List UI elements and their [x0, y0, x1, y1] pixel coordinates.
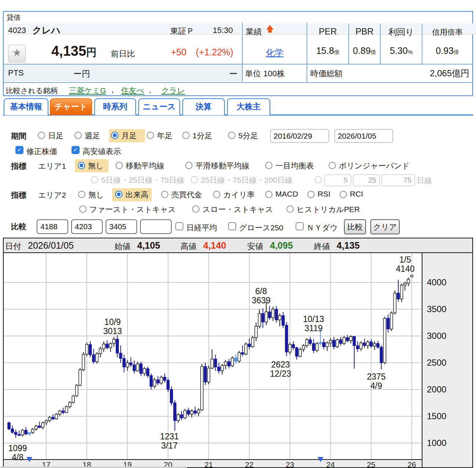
compare-button[interactable]: 比較 [344, 219, 366, 234]
checkbox-icon [228, 222, 236, 230]
open-value: 4,105 [137, 240, 160, 251]
compare-code-input-4[interactable] [140, 219, 172, 234]
price-axis: 4000350030002500200015001000 [422, 253, 473, 468]
svg-text:10/13: 10/13 [303, 314, 324, 324]
indicator-area1-row: 指標 エリア1 無し 移動平均線 平滑移動平均線 一目均衡表 ボリンジャーバンド [0, 159, 476, 173]
checkbox-icon [15, 146, 23, 154]
performance-label: 業績 [246, 26, 262, 37]
svg-text:1231: 1231 [160, 432, 179, 441]
favorite-star-button[interactable] [8, 45, 26, 62]
radio-icon [307, 191, 315, 198]
price-change-pct: (+1.22%) [196, 47, 233, 58]
tab-basic-info[interactable]: 基本情報 [4, 98, 48, 115]
compare-code-input-2[interactable] [71, 219, 103, 234]
compare-row: 比較 日経平均 グロース250 ＮＹダウ 比較 クリア [0, 219, 476, 235]
tab-chart[interactable]: チャート [50, 98, 92, 115]
radio-icon [79, 205, 87, 213]
radio-icon [147, 132, 154, 139]
radio-icon [191, 176, 198, 183]
radio-icon [228, 132, 235, 139]
ma-input-3[interactable] [381, 174, 415, 186]
svg-text:12/23: 12/23 [270, 369, 291, 379]
radio-area2-volume[interactable]: 出来高 [112, 188, 152, 201]
tab-time-series[interactable]: 時系列 [94, 98, 136, 115]
compare-code-input-1[interactable] [37, 219, 68, 234]
price-change: +50 [171, 47, 186, 58]
price-value: 4,135 [51, 43, 86, 59]
date-to-input[interactable] [334, 129, 393, 143]
svg-text:6/8: 6/8 [255, 286, 267, 296]
market-cap-label: 時価総額 [310, 68, 343, 79]
price-axis-label: 3000 [427, 330, 446, 341]
price-axis-label: 1500 [427, 411, 446, 422]
indicator-area2-row: 指標 エリア2 無し 出来高 売買代金 カイリ率 MACD RSI RCI [0, 188, 476, 202]
tab-major-holders[interactable]: 大株主 [227, 98, 270, 115]
ma-suffix: 日線 [417, 175, 432, 186]
price-unit: 円 [86, 47, 96, 58]
candlestick-chart[interactable]: 10/930136/836391/5414010/133119262312/23… [4, 253, 422, 459]
compared-stock-link[interactable]: クラレ [161, 85, 185, 96]
compare-label: 比較 [11, 222, 26, 232]
radio-icon [329, 162, 336, 169]
checkbox-icon [175, 222, 183, 230]
stock-name: クレハ [32, 24, 61, 36]
tab-earnings[interactable]: 決算 [182, 98, 225, 115]
date-label: 日付 [5, 241, 21, 252]
stock-chart-page: 貸借 4023 クレハ 東証Ｐ 15:30 4,135円 前日比 +50 (+1… [0, 0, 476, 468]
compare-code-input-3[interactable] [106, 219, 137, 234]
yield-value: 5.30% [381, 45, 422, 56]
ma-options-row: 5日線・25日線・75日線 25日線・75日線・200日線 日線 [0, 173, 476, 187]
close-value: 4,135 [337, 240, 360, 251]
high-value: 4,140 [203, 240, 226, 251]
year-axis-label: 21 [202, 460, 215, 468]
open-label: 始値 [114, 241, 131, 252]
year-axis-label: 22 [243, 460, 256, 468]
tab-news[interactable]: ニュース [138, 98, 180, 115]
svg-text:3639: 3639 [252, 296, 270, 305]
svg-text:2623: 2623 [271, 360, 290, 369]
indicator-label: 指標 [11, 161, 26, 171]
clear-button[interactable]: クリア [370, 219, 400, 234]
compared-stocks-label: 比較される銘柄 [6, 86, 58, 96]
period-label: 期間 [11, 131, 26, 141]
per-value: 15.8倍 [307, 45, 348, 56]
close-label: 終値 [314, 241, 330, 252]
radio-icon [182, 132, 190, 139]
price-axis-label: 2000 [427, 384, 446, 395]
svg-text:3/17: 3/17 [161, 441, 178, 450]
radio-area1-none[interactable]: 無し [75, 159, 109, 172]
high-label: 高値 [180, 241, 197, 252]
quote-time: 15:30 [213, 26, 233, 35]
radio-icon [161, 191, 168, 198]
chart-options-row: 修正株価 高安値表示 [0, 145, 476, 159]
indicator-area2-row2: ファースト・ストキャス スロー・ストキャス ヒストリカルPER [0, 203, 476, 217]
radio-icon [111, 132, 118, 139]
margin-ratio-label: 信用倍率 [422, 27, 472, 37]
checkbox-icon [72, 146, 80, 154]
svg-text:3013: 3013 [103, 326, 122, 336]
low-label: 安値 [247, 241, 263, 252]
radio-icon [78, 162, 85, 169]
radio-icon [78, 191, 85, 198]
area2-label: エリア2 [38, 190, 66, 200]
area1-label: エリア1 [38, 161, 66, 171]
divider [4, 82, 472, 83]
radio-icon [286, 205, 294, 213]
radio-period-monthly[interactable]: 月足 [109, 129, 145, 142]
sector-link[interactable]: 化学 [243, 47, 307, 59]
separator: , [149, 85, 151, 94]
year-axis-label: 25 [365, 460, 377, 468]
radio-icon [315, 176, 322, 183]
stock-code: 4023 [8, 26, 26, 35]
margin-badge: 貸借 [7, 13, 21, 22]
ma-input-1[interactable] [324, 174, 351, 186]
compared-stock-link[interactable]: 三菱ケミG [69, 85, 106, 96]
ma-input-2[interactable] [353, 174, 380, 186]
radio-icon [265, 191, 272, 198]
date-from-input[interactable] [270, 129, 329, 143]
compared-stock-link[interactable]: 住友べ [121, 85, 144, 96]
year-axis-label: 23 [284, 460, 296, 468]
year-axis-label: 26 [406, 460, 418, 468]
yield-label: 利回り [381, 26, 422, 38]
prev-day-label: 前日比 [111, 48, 135, 59]
